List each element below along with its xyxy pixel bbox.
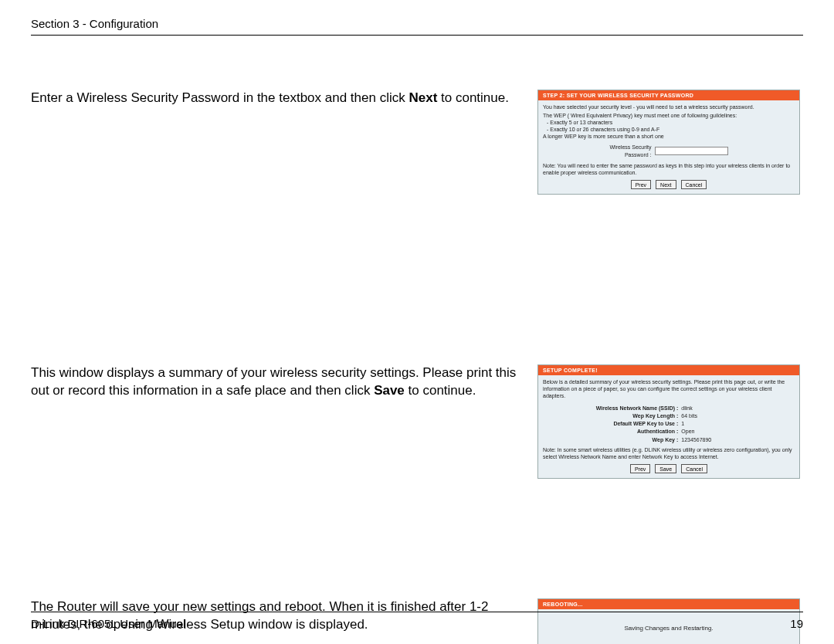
kv-row: Default WEP Key to Use :1 bbox=[543, 420, 795, 427]
note-text: Note: In some smart wireless utilities (… bbox=[543, 446, 795, 460]
kv-value: 1 bbox=[681, 420, 795, 427]
save-button[interactable]: Save bbox=[655, 464, 676, 473]
instr-text: to continue. bbox=[405, 383, 476, 398]
panel-set-password: STEP 2: SET YOUR WIRELESS SECURITY PASSW… bbox=[537, 90, 800, 195]
instr-text: to continue. bbox=[437, 90, 509, 105]
panel-body: You have selected your security level - … bbox=[538, 100, 799, 194]
instruction-summary: This window displays a summary of your w… bbox=[31, 364, 525, 400]
footer-manual: D-Link DIR-605L User Manual bbox=[31, 617, 185, 630]
kv-row: Wireless Network Name (SSID) :dlink bbox=[543, 405, 795, 412]
instr-bold: Next bbox=[409, 90, 437, 105]
password-label: Wireless Security Password : bbox=[609, 144, 651, 158]
password-field-row: Wireless Security Password : bbox=[543, 144, 795, 158]
panel-title: REBOOTING... bbox=[538, 599, 799, 609]
kv-row: Wep Key Length :64 bits bbox=[543, 412, 795, 419]
intro-text: Below is a detailed summary of your wire… bbox=[543, 378, 795, 399]
kv-row: Authentication :Open bbox=[543, 428, 795, 435]
panel-title: SETUP COMPLETE! bbox=[538, 365, 799, 375]
button-row: Prev Next Cancel bbox=[543, 180, 795, 189]
kv-value: Open bbox=[681, 428, 795, 435]
instr-bold: Save bbox=[374, 383, 405, 398]
step-summary-row: This window displays a summary of your w… bbox=[31, 364, 803, 479]
kv-value: 1234567890 bbox=[681, 436, 795, 443]
cancel-button[interactable]: Cancel bbox=[681, 180, 707, 189]
bullet: - Exactly 10 or 26 characters using 0-9 … bbox=[547, 126, 795, 133]
kv-key: Wep Key Length : bbox=[543, 412, 681, 419]
prev-button[interactable]: Prev bbox=[630, 464, 650, 473]
text-line: The WEP ( Wired Equivalent Privacy) key … bbox=[543, 112, 795, 119]
kv-row: Wep Key :1234567890 bbox=[543, 436, 795, 443]
panel-title: STEP 2: SET YOUR WIRELESS SECURITY PASSW… bbox=[538, 90, 799, 100]
instr-text: Enter a Wireless Security Password in th… bbox=[31, 90, 409, 105]
bullet: - Exactly 5 or 13 characters bbox=[547, 119, 795, 126]
kv-key: Wep Key : bbox=[543, 436, 681, 443]
step-password-row: Enter a Wireless Security Password in th… bbox=[31, 90, 803, 195]
next-button[interactable]: Next bbox=[656, 180, 676, 189]
kv-key: Authentication : bbox=[543, 428, 681, 435]
button-row: Prev Save Cancel bbox=[543, 464, 795, 473]
panel-setup-complete: SETUP COMPLETE! Below is a detailed summ… bbox=[537, 364, 800, 479]
page-footer: D-Link DIR-605L User Manual 19 bbox=[31, 612, 803, 630]
instruction-password: Enter a Wireless Security Password in th… bbox=[31, 90, 525, 107]
text-line: You have selected your security level - … bbox=[543, 103, 795, 110]
password-input[interactable] bbox=[655, 147, 728, 155]
footer-page: 19 bbox=[790, 617, 803, 630]
kv-key: Default WEP Key to Use : bbox=[543, 420, 681, 427]
kv-key: Wireless Network Name (SSID) : bbox=[543, 405, 681, 412]
panel-body: Below is a detailed summary of your wire… bbox=[538, 375, 799, 478]
page-header: Section 3 - Configuration bbox=[31, 17, 803, 36]
kv-value: 64 bits bbox=[681, 412, 795, 419]
prev-button[interactable]: Prev bbox=[631, 180, 651, 189]
note-text: Note: You will need to enter the same pa… bbox=[543, 162, 795, 176]
kv-value: dlink bbox=[681, 405, 795, 412]
cancel-button[interactable]: Cancel bbox=[681, 464, 707, 473]
text-line: A longer WEP key is more secure than a s… bbox=[543, 133, 795, 140]
page-content: Enter a Wireless Security Password in th… bbox=[31, 90, 803, 644]
